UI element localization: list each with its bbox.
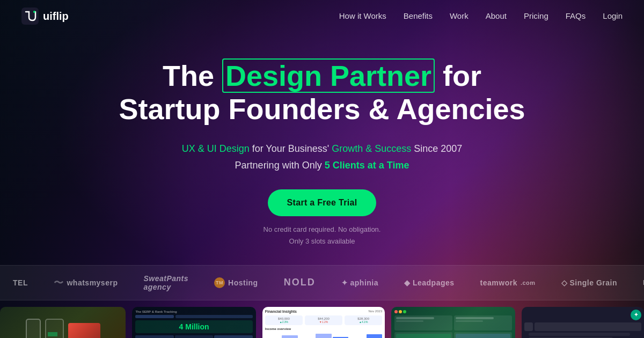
nav-faqs[interactable]: FAQs xyxy=(566,11,586,20)
hero-section: The Design Partner for Startup Founders … xyxy=(0,32,644,248)
hero-title-line2: Startup Founders & Agencies xyxy=(119,93,525,125)
nav-about[interactable]: About xyxy=(486,11,507,20)
logo-teamwork: teamwork.com xyxy=(480,278,536,287)
car-thumbnail xyxy=(68,323,100,338)
logo-singlegrain: ◇ Single Grain xyxy=(561,278,617,287)
screenshot-card-2: The SERP & Rank Tracking 4 Million xyxy=(132,307,255,338)
nav-links: How it Works Benefits Work About Pricing… xyxy=(339,11,623,21)
logo-nold: NOLD xyxy=(284,277,316,288)
hero-subtitle-uxui: UX & UI Design xyxy=(182,143,250,154)
screenshots-row: The SERP & Rank Tracking 4 Million Finan… xyxy=(0,307,644,338)
phone-mockup-1 xyxy=(26,319,41,338)
logo[interactable]: uiflip xyxy=(21,8,69,25)
logo-whatsmyserp-1: 〜 whatsmyserp xyxy=(54,276,118,289)
logos-inner: TEL 〜 whatsmyserp SweatPantsagency TM Ho… xyxy=(0,274,644,291)
hero-subtitle: UX & UI Design for Your Business' Growth… xyxy=(182,141,463,173)
nav-benefits[interactable]: Benefits xyxy=(404,11,433,20)
navbar: uiflip How it Works Benefits Work About … xyxy=(0,0,644,32)
hero-title-highlight: Design Partner xyxy=(222,58,435,93)
logo-tel: TEL xyxy=(13,278,28,287)
nav-how-it-works[interactable]: How it Works xyxy=(339,11,386,20)
logo-svg xyxy=(21,8,39,25)
nav-pricing[interactable]: Pricing xyxy=(524,11,548,20)
nav-login[interactable]: Login xyxy=(603,11,623,20)
nav-work[interactable]: Work xyxy=(450,11,469,20)
hero-subtitle-clients: 5 Clients at a Time xyxy=(325,160,409,171)
hero-title-after: for xyxy=(435,60,481,92)
brand-name: uiflip xyxy=(43,10,69,23)
logo-aphinia: ✦ aphinia xyxy=(341,278,378,287)
screenshot-card-1 xyxy=(0,307,126,338)
logo-leadpages: ◆ Leadpages xyxy=(404,278,455,287)
screenshot-card-5: ✦ xyxy=(522,307,644,338)
screenshot-card-3: Financial Insights Nov 2023 $40,000 ▲2.3… xyxy=(262,307,385,338)
hero-subtitle-growth: Growth & Success xyxy=(332,143,411,154)
hero-title: The Design Partner for Startup Founders … xyxy=(119,59,525,126)
cta-subtext-line2: Only 3 slots available xyxy=(289,237,355,245)
logos-strip: TEL 〜 whatsmyserp SweatPantsagency TM Ho… xyxy=(0,265,644,300)
hero-subtitle-middle: for Your Business' xyxy=(250,143,332,154)
hero-subtitle-since: Since 2007 xyxy=(411,143,462,154)
hero-subtitle-partnering: Partnering with Only xyxy=(235,160,325,171)
cta-subtext: No credit card required. No obligation. … xyxy=(264,224,381,247)
cta-subtext-line1: No credit card required. No obligation. xyxy=(264,225,381,233)
logo-tmhosting: TM Hosting xyxy=(214,277,258,288)
screenshot-card-4 xyxy=(391,307,515,338)
svg-point-1 xyxy=(33,11,35,13)
logo-sweatpants: SweatPantsagency xyxy=(143,274,188,291)
cta-button[interactable]: Start a Free Trial xyxy=(268,189,377,216)
hero-title-before: The xyxy=(163,60,222,92)
phone-mockup-2 xyxy=(45,319,64,338)
